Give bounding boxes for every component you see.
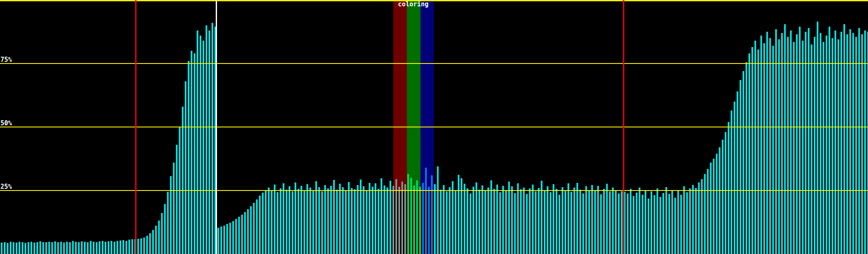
histogram-bar: [226, 224, 228, 254]
histogram-bar: [143, 237, 145, 254]
marker-line-red-2[interactable]: [623, 0, 624, 254]
histogram-bar: [458, 175, 459, 254]
histogram-bar: [796, 34, 798, 254]
histogram-bar: [250, 206, 252, 254]
histogram-bar: [781, 33, 783, 254]
histogram-bar: [108, 241, 109, 254]
histogram-bar: [707, 169, 709, 254]
histogram-bar: [541, 181, 542, 254]
histogram-bar: [751, 47, 753, 254]
histogram-bar: [99, 241, 100, 254]
histogram-bar: [793, 42, 795, 254]
histogram-bar: [769, 38, 771, 254]
histogram-bar: [351, 188, 353, 254]
histogram-bar: [493, 189, 495, 254]
histogram-bar: [737, 91, 738, 254]
histogram-bar: [523, 188, 525, 254]
histogram-bar: [787, 37, 789, 254]
histogram-bar: [579, 190, 581, 254]
histogram-bar: [336, 190, 338, 254]
histogram-bar: [292, 191, 293, 254]
histogram-bar: [760, 36, 762, 254]
histogram-bar: [271, 190, 273, 254]
histogram-bar: [404, 184, 406, 254]
histogram-bar: [363, 186, 364, 254]
histogram-bar: [66, 242, 68, 254]
histogram-bar: [600, 194, 602, 254]
histogram-bar: [295, 182, 296, 254]
histogram-bar: [487, 188, 489, 254]
histogram-bar: [772, 46, 774, 254]
histogram-bar: [832, 38, 833, 254]
histogram-bar: [410, 178, 412, 254]
histogram-bar: [114, 242, 115, 254]
histogram-bar: [855, 37, 857, 254]
histogram-bar: [659, 197, 661, 254]
histogram-bar: [547, 186, 548, 254]
histogram-bar: [25, 243, 26, 254]
histogram-bar: [553, 184, 554, 254]
histogram-bar: [39, 241, 41, 254]
histogram-bar: [348, 182, 350, 254]
histogram-bar: [318, 187, 320, 254]
histogram-bar: [232, 221, 234, 254]
histogram-bar: [565, 190, 566, 254]
histogram-bar: [102, 241, 103, 254]
histogram-bar: [306, 184, 308, 254]
histogram-bar: [223, 226, 225, 254]
histogram-bar: [520, 189, 522, 254]
playhead-line-white[interactable]: [216, 0, 217, 254]
histogram-bar: [748, 53, 750, 254]
histogram-bar: [300, 186, 302, 254]
histogram-bar: [401, 182, 403, 254]
histogram-bar: [452, 181, 453, 254]
histogram-bar: [490, 180, 492, 254]
histogram-bar: [413, 185, 415, 254]
histogram-bar: [633, 196, 634, 254]
histogram-bar: [621, 191, 623, 254]
histogram-bar: [662, 193, 664, 254]
histogram-bar: [60, 242, 62, 254]
histogram-bar: [570, 192, 572, 254]
histogram-bar: [366, 190, 367, 254]
histogram-bar: [642, 195, 643, 254]
histogram-bar: [766, 32, 768, 254]
histogram-bar: [111, 241, 112, 254]
histogram-bar: [502, 186, 504, 254]
histogram-bar: [576, 183, 578, 254]
y-axis-label-75: 75%: [0, 57, 12, 63]
histogram-bar: [428, 187, 430, 254]
histogram-bar: [826, 36, 827, 254]
histogram-bar: [609, 191, 611, 254]
histogram-bar: [861, 34, 863, 254]
histogram-bar: [594, 190, 596, 254]
histogram-bar: [517, 183, 519, 254]
histogram-bar: [757, 50, 759, 254]
histogram-bar: [597, 186, 599, 254]
histogram-bar: [440, 190, 442, 254]
histogram-bar: [805, 32, 807, 254]
histogram-bar: [618, 193, 620, 254]
histogram-bar: [562, 187, 563, 254]
histogram-bar: [446, 191, 448, 254]
histogram-bar: [128, 240, 130, 254]
histogram-bar: [505, 190, 507, 254]
histogram-bar: [375, 183, 376, 254]
histogram-bar: [470, 193, 471, 254]
histogram-bar: [22, 242, 23, 254]
histogram-bar: [754, 41, 756, 254]
histogram-bar: [372, 187, 373, 254]
histogram-bar: [710, 163, 712, 254]
histogram-bar: [48, 242, 50, 254]
histogram-bar: [217, 228, 219, 254]
histogram-bar: [630, 189, 632, 254]
histogram-bar: [716, 154, 718, 254]
histogram-bar: [312, 190, 314, 254]
marker-line-red-1[interactable]: [135, 0, 136, 254]
histogram-bar: [416, 180, 418, 254]
histogram-bar: [280, 188, 281, 254]
histogram-bar: [823, 42, 824, 254]
histogram-bar: [419, 187, 421, 254]
histogram-bar: [1, 243, 3, 254]
histogram-bar: [499, 192, 501, 254]
